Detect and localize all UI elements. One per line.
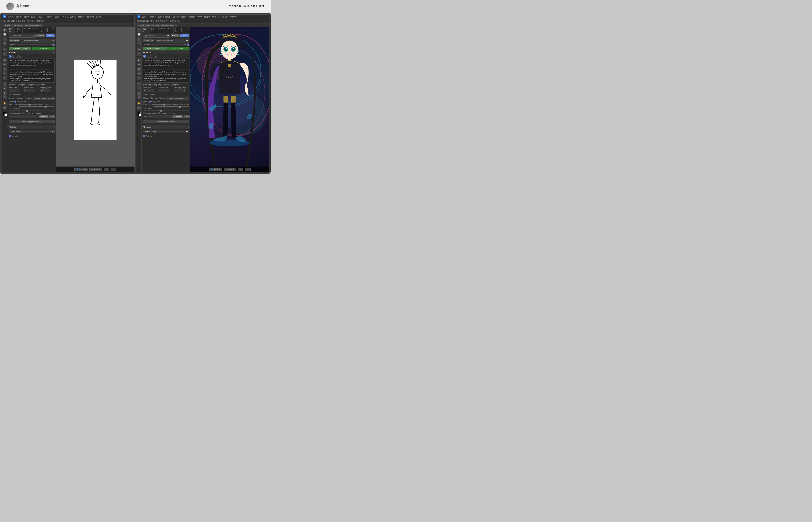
- sd-batch-size-input-left[interactable]: [9, 89, 19, 92]
- sd-update-btn-left[interactable]: Update: [46, 34, 55, 37]
- sd-tab-ext-right[interactable]: 外界: [174, 27, 179, 33]
- sd-hi-res-left[interactable]: Hi Res Fix: [23, 112, 33, 114]
- ps-new-btn-left[interactable]: □: [7, 20, 11, 22]
- sd-textual-select-right[interactable]: Select Textual Invers...: [155, 39, 189, 42]
- canvas-btn-settings-left[interactable]: ⚙: [104, 168, 109, 171]
- sd-sel-ratio-left[interactable]: ratio: [9, 97, 14, 99]
- sd-tab-ext-left[interactable]: 外界: [39, 27, 45, 33]
- tool-magic-wand-right[interactable]: ✦: [137, 41, 141, 45]
- sd-positive-prompt-left[interactable]: (flat color:1.1),(colorful:1.3),(masterp…: [9, 59, 55, 69]
- menu-layer-right[interactable]: 图层(L): [166, 16, 172, 18]
- sd-show-samplers-left[interactable]: Show Samplers (Euler a): [9, 120, 55, 123]
- ps-tab-left[interactable]: 未标题-1 @ 99.2% (output_image.png, RGB/8) …: [3, 24, 43, 27]
- sd-progress-check-left[interactable]: [53, 43, 55, 46]
- tool-crop-right[interactable]: ⊡: [137, 47, 141, 52]
- sd-prompt-tab-4-right[interactable]: 4: [154, 55, 157, 58]
- sd-tab-settings-left[interactable]: 设置: [45, 27, 51, 33]
- sd-hi-res-right[interactable]: Hi Res Fix: [157, 112, 168, 114]
- sd-size-1024-right[interactable]: 1024: [154, 101, 160, 103]
- sd-height-slider-left[interactable]: [19, 106, 55, 107]
- menu-filter-left[interactable]: 滤镜(Z): [55, 16, 61, 18]
- tool-text-right[interactable]: T: [137, 86, 141, 90]
- sd-generate-txt2img-left[interactable]: Generate Txt2Img: [9, 47, 31, 50]
- sd-tab-stable-right[interactable]: 稳定扩f: [142, 27, 150, 33]
- canvas-btn-remove-bg-right[interactable]: ✂ 移除背景: [224, 167, 236, 171]
- sd-sel-ratio-right[interactable]: ratio: [143, 97, 149, 99]
- sd-prompt-tab-1-right[interactable]: 1: [143, 55, 146, 58]
- tool-color-fg-right[interactable]: [137, 112, 141, 115]
- tool-brush-right[interactable]: 🖌: [137, 58, 141, 62]
- sd-prompt-tab-1-left[interactable]: 1: [9, 55, 12, 58]
- sd-restore-check-left[interactable]: [9, 112, 11, 114]
- sd-mode-img2img-left[interactable]: img2img: [18, 84, 26, 86]
- menu-3d-left[interactable]: 3D(D): [63, 16, 68, 18]
- sd-restore-faces-left[interactable]: Restore Faces: [9, 112, 22, 114]
- canvas-btn-more-left[interactable]: …: [111, 168, 116, 171]
- tool-gradient-right[interactable]: ◱: [137, 72, 141, 75]
- tool-path[interactable]: △: [3, 91, 6, 95]
- ps-open-btn-right[interactable]: ▣: [146, 20, 149, 22]
- sd-seed-input-right[interactable]: [148, 115, 173, 118]
- sd-prompt-tab-3-right[interactable]: 3: [150, 55, 153, 58]
- sd-sampling-input-left[interactable]: [40, 89, 50, 92]
- sd-hires-check-left[interactable]: [23, 112, 25, 114]
- tool-shape[interactable]: ⬡: [3, 95, 6, 99]
- sd-size-1024-left[interactable]: 1024: [20, 101, 26, 103]
- sd-select-script-left[interactable]: Select A Script: [9, 130, 55, 133]
- canvas-btn-select-subject-left[interactable]: 👤 选择主体: [74, 167, 88, 171]
- sd-prompt-tab-2-right[interactable]: 2: [147, 55, 150, 58]
- sd-batch-count-input-right[interactable]: [159, 89, 169, 92]
- ps-home-btn-right[interactable]: ⌂: [137, 20, 141, 22]
- sd-adetailer-left[interactable]: ADetailer <: [7, 125, 56, 129]
- menu-text-right[interactable]: 文字(Y): [173, 16, 179, 18]
- sd-generate-more-left[interactable]: Generate more: [32, 47, 55, 50]
- sd-width-slider-left[interactable]: [18, 104, 38, 105]
- sd-prompt-tab-4-left[interactable]: 4: [19, 55, 22, 58]
- sd-seed-input-left[interactable]: [14, 115, 38, 118]
- sd-prompts-header-right[interactable]: Prompts ∨: [142, 51, 190, 54]
- menu-text-left[interactable]: 文字(Y): [39, 16, 45, 18]
- tool-magic-wand[interactable]: ✦: [3, 41, 6, 45]
- sd-tab-horde-left[interactable]: Horde: [32, 27, 39, 33]
- sd-prompts-header-left[interactable]: Prompts ∨: [7, 51, 56, 54]
- canvas-btn-remove-bg-left[interactable]: ✂ 移除背景: [90, 167, 102, 171]
- sd-prompt-tab-3-left[interactable]: 3: [16, 55, 19, 58]
- menu-help-right[interactable]: 帮助(H): [230, 16, 236, 18]
- sd-positive-prompt-right[interactable]: (flat color:1.1),(colorful:1.3),(masterp…: [143, 59, 189, 69]
- sd-sel-ignore-right[interactable]: ignore: [159, 97, 166, 99]
- tool-gradient[interactable]: ◱: [3, 72, 6, 75]
- sd-tiling-left[interactable]: tiling: [35, 112, 40, 114]
- sd-refresh-btn-left[interactable]: Refresh: [36, 34, 45, 37]
- sd-sampling-input-right[interactable]: [174, 89, 185, 92]
- sd-activate-check-right[interactable]: [143, 135, 145, 137]
- sd-last-btn-left[interactable]: Last: [49, 115, 55, 118]
- sd-mode-txt2img-left[interactable]: txt2img: [9, 84, 17, 86]
- sd-batch-size-input-right[interactable]: [143, 89, 154, 92]
- sd-size-768-left[interactable]: 768: [14, 101, 19, 103]
- sd-update-btn-right[interactable]: Update: [180, 34, 189, 37]
- tool-hand[interactable]: ✋: [3, 101, 6, 105]
- tool-text[interactable]: T: [3, 86, 6, 90]
- tool-pen[interactable]: ✑: [3, 82, 6, 86]
- sd-hires-check-right[interactable]: [157, 112, 160, 114]
- tool-pen-right[interactable]: ✑: [137, 82, 141, 86]
- tool-select-rect-right[interactable]: ⬜: [137, 33, 141, 36]
- menu-layer-left[interactable]: 图层(L): [31, 16, 37, 18]
- sd-generate-more-right[interactable]: Generate more: [167, 47, 189, 50]
- sd-tiling-check-left[interactable]: [35, 112, 37, 114]
- canvas-btn-settings-right[interactable]: ⚙: [238, 168, 244, 171]
- sd-lora-btn-left[interactable]: Select Lora: [9, 39, 20, 42]
- tool-shape-right[interactable]: ⬡: [137, 95, 141, 99]
- sd-size-512-right[interactable]: 512: [143, 101, 148, 103]
- sd-negative-prompt-left[interactable]: (worst quality:2),(low quality:2),(norma…: [9, 70, 55, 83]
- sd-restore-faces-right[interactable]: Restore Faces: [143, 112, 156, 114]
- tool-move-right[interactable]: ✥: [137, 28, 141, 32]
- sd-custom-preset-right[interactable]: Select _ Custom Preset: [167, 97, 189, 100]
- sd-textual-select-left[interactable]: Select Textual Invers...: [21, 39, 55, 42]
- tool-crop[interactable]: ⊡: [3, 47, 6, 52]
- sd-mode-inpaint-left[interactable]: inpaint: [28, 84, 35, 86]
- sd-progress-check-right[interactable]: [187, 43, 189, 46]
- sd-cfg-slider-left[interactable]: [9, 111, 55, 111]
- sd-mode-img2img-right[interactable]: img2img: [152, 84, 161, 86]
- tool-select-rect[interactable]: ⬜: [3, 33, 6, 36]
